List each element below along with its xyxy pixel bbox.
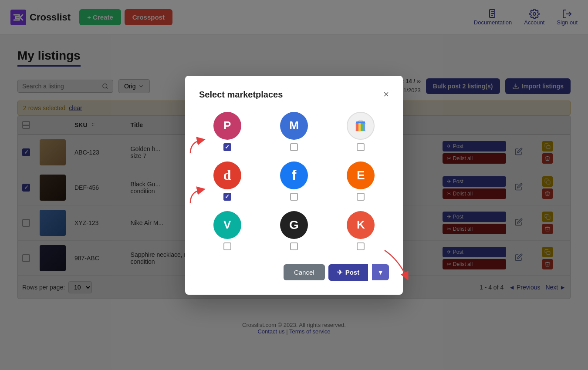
vinted-checkbox[interactable] (223, 242, 231, 250)
facebook-checkbox[interactable] (290, 193, 298, 201)
modal-overlay: Select marketplaces × P ✓ (0, 0, 588, 370)
svg-rect-15 (363, 123, 365, 131)
etsy-icon[interactable]: E (347, 161, 375, 189)
modal-header: Select marketplaces × (199, 90, 389, 100)
modal-mp-mercari: M (266, 112, 322, 151)
modal-post-label: Post (345, 269, 360, 276)
etsy-checkbox[interactable] (357, 193, 365, 201)
modal-title: Select marketplaces (199, 90, 283, 100)
modal: Select marketplaces × P ✓ (185, 76, 403, 295)
kidizen-icon[interactable]: K (347, 211, 375, 239)
grailed-checkbox[interactable] (290, 242, 298, 250)
modal-mp-facebook: f (266, 161, 322, 201)
facebook-icon[interactable]: f (280, 161, 308, 189)
modal-mp-grailed: G (266, 211, 322, 250)
vinted-icon[interactable]: V (213, 211, 241, 239)
modal-cancel-button[interactable]: Cancel (284, 264, 325, 280)
svg-rect-11 (356, 121, 365, 123)
poshmark-icon[interactable]: P (213, 112, 241, 140)
modal-mp-depop: d ✓ (199, 161, 255, 201)
grailed-icon[interactable]: G (280, 211, 308, 239)
modal-mp-etsy: E (333, 161, 389, 201)
google-shopping-icon[interactable] (347, 112, 375, 140)
modal-footer: Cancel ✈ Post ▼ (199, 264, 389, 281)
modal-close-button[interactable]: × (383, 90, 389, 99)
svg-rect-14 (361, 123, 363, 131)
modal-marketplace-grid: P ✓ M (199, 112, 389, 250)
svg-rect-13 (358, 123, 361, 131)
modal-mp-poshmark: P ✓ (199, 112, 255, 151)
depop-icon[interactable]: d (213, 161, 241, 189)
depop-checkbox[interactable]: ✓ (223, 193, 231, 201)
kidizen-checkbox[interactable] (357, 242, 365, 250)
svg-rect-12 (356, 123, 358, 131)
mercari-checkbox[interactable] (290, 143, 298, 151)
poshmark-checkbox[interactable]: ✓ (223, 143, 231, 151)
modal-post-dropdown-button[interactable]: ▼ (372, 264, 389, 280)
modal-mp-kidizen: K (333, 211, 389, 250)
modal-mp-google (333, 112, 389, 151)
mercari-icon[interactable]: M (280, 112, 308, 140)
modal-post-button[interactable]: ✈ Post (328, 264, 368, 281)
google-checkbox[interactable] (357, 143, 365, 151)
modal-mp-vinted: V (199, 211, 255, 250)
